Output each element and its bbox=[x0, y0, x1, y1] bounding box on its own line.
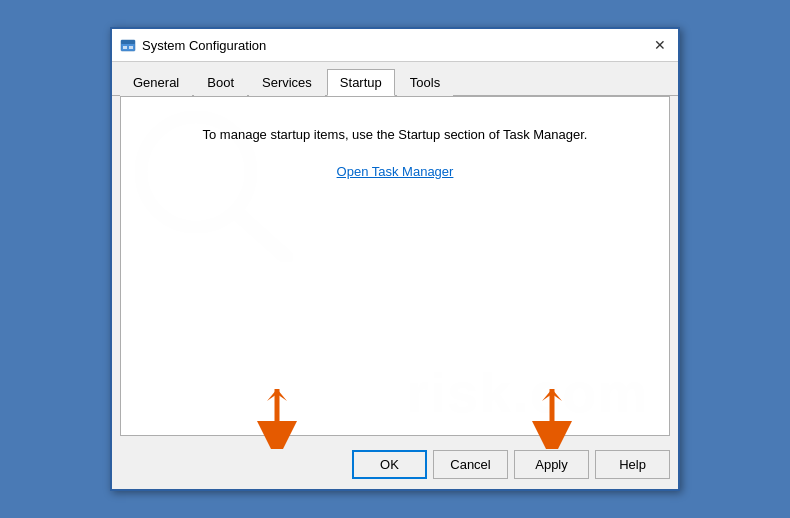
tabs-bar: General Boot Services Startup Tools bbox=[112, 62, 678, 96]
apply-button[interactable]: Apply bbox=[514, 450, 589, 479]
content-area: risk.com To manage startup items, use th… bbox=[120, 96, 670, 436]
open-task-manager-link[interactable]: Open Task Manager bbox=[333, 162, 458, 181]
svg-rect-1 bbox=[121, 40, 135, 44]
startup-message: To manage startup items, use the Startup… bbox=[203, 127, 588, 142]
cancel-button[interactable]: Cancel bbox=[433, 450, 508, 479]
watermark-magnifier-svg bbox=[126, 102, 326, 262]
window-icon bbox=[120, 37, 136, 53]
tab-boot[interactable]: Boot bbox=[194, 69, 247, 96]
tab-services[interactable]: Services bbox=[249, 69, 325, 96]
ok-button[interactable]: OK bbox=[352, 450, 427, 479]
ok-arrow-annotation bbox=[252, 389, 302, 449]
tab-tools[interactable]: Tools bbox=[397, 69, 453, 96]
tab-general[interactable]: General bbox=[120, 69, 192, 96]
window-title: System Configuration bbox=[142, 38, 650, 53]
footer-container: OK Cancel Apply Help bbox=[112, 444, 678, 489]
tab-startup[interactable]: Startup bbox=[327, 69, 395, 96]
watermark: risk.com bbox=[121, 97, 669, 435]
svg-rect-3 bbox=[129, 46, 133, 49]
system-configuration-window: System Configuration ✕ General Boot Serv… bbox=[110, 27, 680, 491]
title-bar: System Configuration ✕ bbox=[112, 29, 678, 62]
help-button[interactable]: Help bbox=[595, 450, 670, 479]
close-button[interactable]: ✕ bbox=[650, 35, 670, 55]
svg-line-5 bbox=[238, 214, 286, 257]
svg-rect-2 bbox=[123, 46, 127, 49]
footer-buttons: OK Cancel Apply Help bbox=[112, 444, 678, 489]
apply-arrow-annotation bbox=[527, 389, 577, 449]
